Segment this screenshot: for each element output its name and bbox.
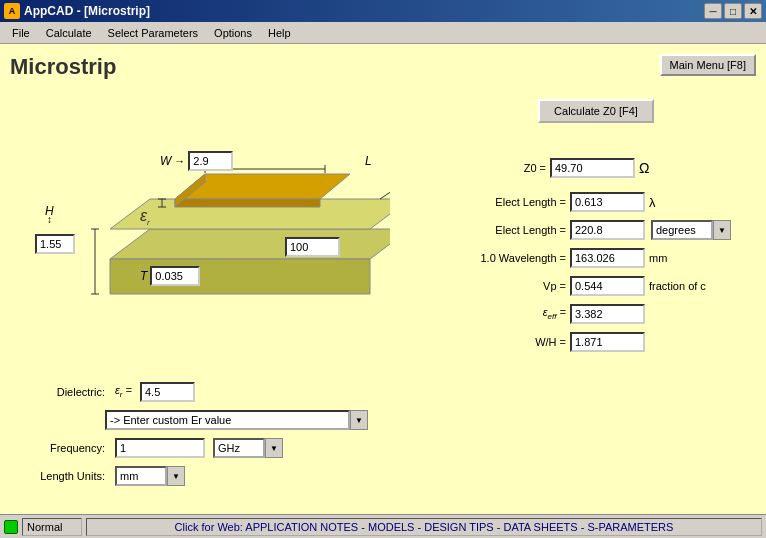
- degrees-dropdown[interactable]: ▼: [713, 220, 731, 240]
- menu-help[interactable]: Help: [260, 22, 299, 43]
- status-web-link[interactable]: Click for Web: APPLICATION NOTES - MODEL…: [86, 518, 762, 536]
- window-title: AppCAD - [Microstrip]: [24, 4, 150, 18]
- menu-options[interactable]: Options: [206, 22, 260, 43]
- frequency-input[interactable]: 1: [115, 438, 205, 458]
- eeff-value[interactable]: [570, 304, 645, 324]
- eeff-label: εeff =: [436, 306, 566, 321]
- l-input[interactable]: 100: [285, 237, 340, 257]
- minimize-button[interactable]: ─: [704, 3, 722, 19]
- status-normal: Normal: [22, 518, 82, 536]
- menu-file[interactable]: File: [4, 22, 38, 43]
- length-units-label: Length Units:: [30, 470, 105, 482]
- svg-marker-4: [175, 199, 320, 207]
- status-light: [4, 520, 18, 534]
- calculate-z0-button[interactable]: Calculate Z0 [F4]: [538, 99, 654, 123]
- main-menu-button[interactable]: Main Menu [F8]: [660, 54, 756, 76]
- t-param: T 0.035: [140, 266, 200, 286]
- page-title: Microstrip: [10, 54, 756, 80]
- eeff-row: εeff =: [436, 304, 756, 324]
- microstrip-diagram: [30, 99, 390, 309]
- wh-label: W/H =: [436, 336, 566, 348]
- title-bar-left: A AppCAD - [Microstrip]: [4, 3, 150, 19]
- params-area: Dielectric: εr = 4.5 -> Enter custom Er …: [30, 382, 390, 494]
- svg-marker-0: [110, 229, 390, 259]
- w-param: W → 2.9: [160, 151, 233, 171]
- title-bar-buttons: ─ □ ✕: [704, 3, 762, 19]
- elect-length-degrees-row: Elect Length = degrees ▼: [436, 220, 756, 240]
- menu-select-parameters[interactable]: Select Parameters: [100, 22, 206, 43]
- degrees-unit-field[interactable]: degrees: [651, 220, 713, 240]
- maximize-button[interactable]: □: [724, 3, 742, 19]
- length-unit-dropdown[interactable]: ▼: [167, 466, 185, 486]
- degrees-combo: degrees ▼: [651, 220, 731, 240]
- l-label: L: [365, 154, 372, 168]
- vp-value[interactable]: [570, 276, 645, 296]
- custom-er-dropdown-button[interactable]: ▼: [350, 410, 368, 430]
- wavelength-label: 1.0 Wavelength =: [436, 252, 566, 264]
- h-param: 1.55: [35, 234, 75, 254]
- freq-unit-combo: GHz ▼: [213, 438, 283, 458]
- main-content: Microstrip Main Menu [F8]: [0, 44, 766, 514]
- frequency-row: Frequency: 1 GHz ▼: [30, 438, 390, 458]
- length-unit-field[interactable]: mm: [115, 466, 167, 486]
- lambda-unit: λ: [649, 195, 669, 210]
- wavelength-row: 1.0 Wavelength = mm: [436, 248, 756, 268]
- wh-row: W/H =: [436, 332, 756, 352]
- vp-row: Vp = fraction of c: [436, 276, 756, 296]
- frequency-label: Frequency:: [30, 442, 105, 454]
- elect-length-degrees-value[interactable]: [570, 220, 645, 240]
- wh-value[interactable]: [570, 332, 645, 352]
- app-icon: A: [4, 3, 20, 19]
- elect-length-lambda-value[interactable]: [570, 192, 645, 212]
- l-param: 100: [285, 237, 340, 257]
- elect-length-label-2: Elect Length =: [436, 224, 566, 236]
- right-panel: Calculate Z0 [F4] Z0 = 49.70 Ω Elect Len…: [436, 99, 756, 360]
- title-bar: A AppCAD - [Microstrip] ─ □ ✕: [0, 0, 766, 22]
- w-label: W: [160, 154, 171, 168]
- custom-er-combo: -> Enter custom Er value ▼: [105, 410, 368, 430]
- menu-bar: File Calculate Select Parameters Options…: [0, 22, 766, 44]
- elect-length-lambda-row: Elect Length = λ: [436, 192, 756, 212]
- length-units-row: Length Units: mm ▼: [30, 466, 390, 486]
- t-input[interactable]: 0.035: [150, 266, 200, 286]
- close-button[interactable]: ✕: [744, 3, 762, 19]
- elect-length-label-1: Elect Length =: [436, 196, 566, 208]
- vp-unit: fraction of c: [649, 280, 706, 292]
- z0-row: Z0 = 49.70 Ω: [436, 158, 756, 178]
- wavelength-unit: mm: [649, 252, 669, 264]
- status-bar: Normal Click for Web: APPLICATION NOTES …: [0, 514, 766, 538]
- diagram-area: W → 2.9 H ↕ 1.55 εr L 100 T 0.035: [30, 99, 410, 319]
- vp-label: Vp =: [436, 280, 566, 292]
- dielectric-row: Dielectric: εr = 4.5: [30, 382, 390, 402]
- freq-unit-field[interactable]: GHz: [213, 438, 265, 458]
- wavelength-value[interactable]: [570, 248, 645, 268]
- custom-er-field[interactable]: -> Enter custom Er value: [105, 410, 350, 430]
- z0-value[interactable]: 49.70: [550, 158, 635, 178]
- z0-unit: Ω: [639, 160, 659, 176]
- length-unit-combo: mm ▼: [115, 466, 185, 486]
- dielectric-label: Dielectric:: [30, 386, 105, 398]
- t-label: T: [140, 269, 147, 283]
- er-input[interactable]: 4.5: [140, 382, 195, 402]
- freq-unit-dropdown[interactable]: ▼: [265, 438, 283, 458]
- er-diagram-label: εr: [140, 207, 150, 227]
- custom-er-row: -> Enter custom Er value ▼: [105, 410, 390, 430]
- z0-label: Z0 =: [436, 162, 546, 174]
- menu-calculate[interactable]: Calculate: [38, 22, 100, 43]
- svg-line-15: [380, 179, 390, 199]
- h-input[interactable]: 1.55: [35, 234, 75, 254]
- w-input[interactable]: 2.9: [188, 151, 233, 171]
